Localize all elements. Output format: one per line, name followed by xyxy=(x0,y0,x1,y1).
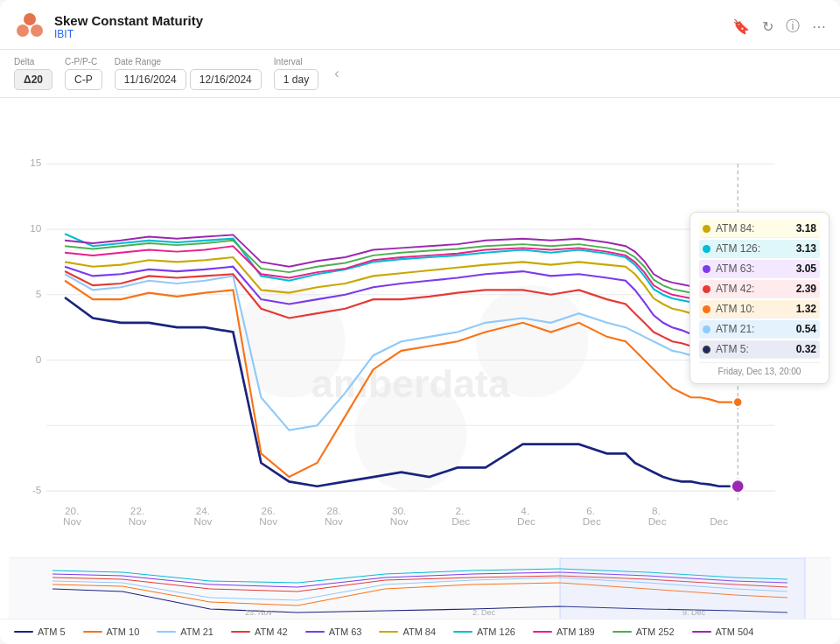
tooltip-row-atm5: ATM 5: 0.32 xyxy=(699,340,820,359)
legend-label-atm252: ATM 252 xyxy=(636,626,675,637)
info-icon[interactable]: ⓘ xyxy=(786,18,800,36)
more-icon[interactable]: ⋯ xyxy=(812,18,826,35)
svg-point-44 xyxy=(733,397,743,407)
expand-icon[interactable]: ‹ xyxy=(334,66,339,81)
app-container: Skew Constant Maturity IBIT 🔖 ↻ ⓘ ⋯ Delt… xyxy=(0,0,840,644)
svg-text:Nov: Nov xyxy=(129,515,147,527)
date-range-inputs: 11/16/2024 12/16/2024 xyxy=(115,69,262,90)
svg-point-0 xyxy=(24,13,36,25)
interval-control: Interval 1 day xyxy=(274,57,318,90)
legend-label-atm84: ATM 84 xyxy=(402,626,436,637)
legend-line-atm252 xyxy=(612,631,632,633)
tooltip-value-atm5: 0.32 xyxy=(796,343,816,355)
tooltip-label-atm126: ATM 126: xyxy=(716,242,791,255)
svg-text:Dec: Dec xyxy=(710,515,728,527)
legend-label-atm126: ATM 126 xyxy=(477,626,515,637)
tooltip-row-atm10: ATM 10: 1.32 xyxy=(699,300,820,318)
title-block: Skew Constant Maturity IBIT xyxy=(54,13,203,40)
legend-item-atm126[interactable]: ATM 126 xyxy=(453,626,515,637)
tooltip-label-atm42: ATM 42: xyxy=(716,283,791,295)
tooltip-date: Friday, Dec 13, 20:00 xyxy=(699,362,820,376)
tooltip-dot-atm42 xyxy=(703,285,710,293)
tooltip-label-atm63: ATM 63: xyxy=(716,262,791,275)
header: Skew Constant Maturity IBIT 🔖 ↻ ⓘ ⋯ xyxy=(0,0,840,50)
tooltip-value-atm84: 3.18 xyxy=(796,222,816,234)
header-icons: 🔖 ↻ ⓘ ⋯ xyxy=(732,18,826,36)
svg-text:10: 10 xyxy=(30,222,42,234)
legend-line-atm10 xyxy=(83,631,102,633)
legend-item-atm84[interactable]: ATM 84 xyxy=(379,626,436,637)
minimap-svg: 25. Nov 2. Dec 9. Dec xyxy=(9,558,831,619)
interval-label: Interval xyxy=(274,57,318,66)
chart-tooltip: ATM 84: 3.18 ATM 126: 3.13 ATM 63: 3.05 … xyxy=(690,212,830,384)
tooltip-value-atm10: 1.32 xyxy=(796,303,816,315)
controls-bar: Delta Δ20 C-P/P-C C-P Date Range 11/16/2… xyxy=(0,50,840,98)
date-end-input[interactable]: 12/16/2024 xyxy=(190,69,262,90)
delta-select[interactable]: Δ20 xyxy=(14,69,52,90)
date-range-label: Date Range xyxy=(115,57,262,66)
svg-text:9. Dec: 9. Dec xyxy=(682,608,706,617)
legend-item-atm21[interactable]: ATM 21 xyxy=(157,626,214,637)
legend-line-atm21 xyxy=(157,631,176,633)
tooltip-value-atm126: 3.13 xyxy=(796,242,816,255)
legend: ATM 5 ATM 10 ATM 21 ATM 42 ATM 63 ATM 84… xyxy=(0,619,840,644)
tooltip-dot-atm10 xyxy=(703,305,710,313)
tooltip-dot-atm63 xyxy=(703,265,710,273)
legend-item-atm5[interactable]: ATM 5 xyxy=(14,626,66,637)
app-title: Skew Constant Maturity xyxy=(54,13,203,28)
app-subtitle: IBIT xyxy=(54,28,203,40)
bookmark-icon[interactable]: 🔖 xyxy=(732,18,750,35)
minimap[interactable]: 25. Nov 2. Dec 9. Dec xyxy=(9,557,831,619)
legend-item-atm504[interactable]: ATM 504 xyxy=(692,626,754,637)
tooltip-dot-atm126 xyxy=(703,245,710,253)
tooltip-label-atm5: ATM 5: xyxy=(716,343,791,355)
cppc-select[interactable]: C-P xyxy=(65,69,102,90)
interval-select[interactable]: 1 day xyxy=(274,69,318,90)
legend-label-atm504: ATM 504 xyxy=(716,626,754,637)
svg-text:Nov: Nov xyxy=(325,515,343,527)
tooltip-value-atm63: 3.05 xyxy=(796,262,816,275)
legend-item-atm189[interactable]: ATM 189 xyxy=(533,626,595,637)
svg-point-16 xyxy=(476,285,588,397)
legend-item-atm252[interactable]: ATM 252 xyxy=(612,626,675,637)
delta-label: Delta xyxy=(14,57,52,66)
legend-line-atm63 xyxy=(305,631,325,633)
legend-item-atm63[interactable]: ATM 63 xyxy=(305,626,362,637)
tooltip-row-atm84: ATM 84: 3.18 xyxy=(699,220,820,238)
svg-text:0: 0 xyxy=(36,354,42,365)
legend-label-atm21: ATM 21 xyxy=(180,626,214,637)
header-left: Skew Constant Maturity IBIT xyxy=(14,10,203,42)
cppc-label: C-P/P-C xyxy=(65,57,102,66)
svg-text:25. Nov: 25. Nov xyxy=(245,608,273,617)
svg-text:15: 15 xyxy=(30,157,42,168)
svg-point-46 xyxy=(732,480,745,493)
refresh-icon[interactable]: ↻ xyxy=(762,18,774,35)
legend-item-atm42[interactable]: ATM 42 xyxy=(231,626,288,637)
legend-line-atm189 xyxy=(533,631,552,633)
svg-text:5: 5 xyxy=(36,288,42,299)
date-start-input[interactable]: 11/16/2024 xyxy=(115,69,186,90)
delta-control: Delta Δ20 xyxy=(14,57,52,90)
legend-item-atm10[interactable]: ATM 10 xyxy=(83,626,140,637)
svg-text:Dec: Dec xyxy=(648,515,667,527)
svg-text:Dec: Dec xyxy=(517,515,536,527)
legend-label-atm42: ATM 42 xyxy=(255,626,288,637)
legend-label-atm63: ATM 63 xyxy=(329,626,362,637)
legend-line-atm42 xyxy=(231,631,250,633)
legend-line-atm126 xyxy=(453,631,472,633)
tooltip-label-atm10: ATM 10: xyxy=(716,303,791,315)
legend-label-atm10: ATM 10 xyxy=(107,626,140,637)
legend-line-atm84 xyxy=(379,631,398,633)
tooltip-value-atm21: 0.54 xyxy=(796,323,816,335)
legend-label-atm5: ATM 5 xyxy=(38,626,66,637)
tooltip-dot-atm84 xyxy=(703,225,710,233)
svg-point-2 xyxy=(31,24,43,37)
svg-point-15 xyxy=(233,285,345,397)
tooltip-row-atm63: ATM 63: 3.05 xyxy=(699,260,820,278)
svg-text:Nov: Nov xyxy=(390,515,409,527)
tooltip-row-atm42: ATM 42: 2.39 xyxy=(699,280,820,298)
tooltip-label-atm21: ATM 21: xyxy=(716,323,791,335)
tooltip-value-atm42: 2.39 xyxy=(796,283,816,295)
chart-area: .grid-line { stroke: #e8e8e8; stroke-wid… xyxy=(0,98,840,557)
logo-icon xyxy=(14,10,46,42)
